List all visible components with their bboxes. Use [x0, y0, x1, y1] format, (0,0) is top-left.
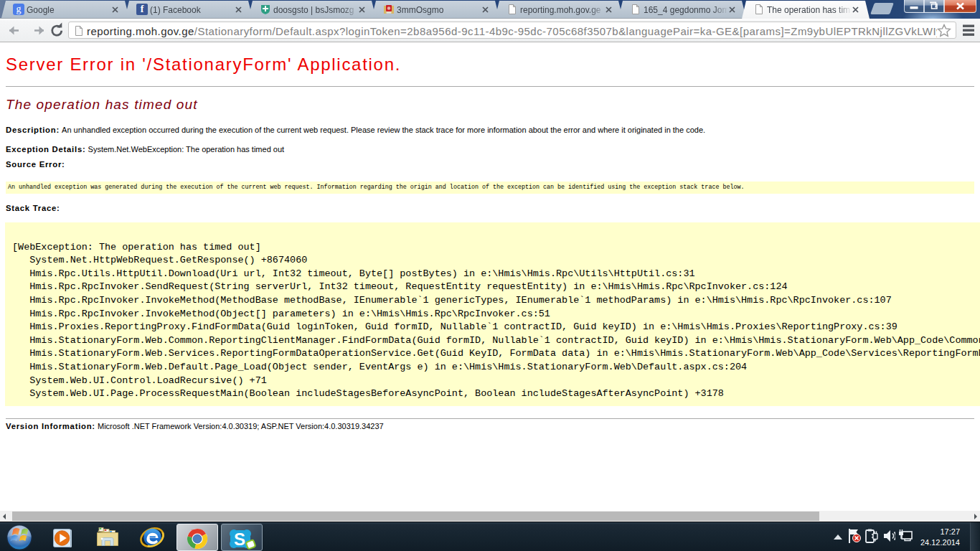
svg-text:S: S: [234, 529, 245, 549]
